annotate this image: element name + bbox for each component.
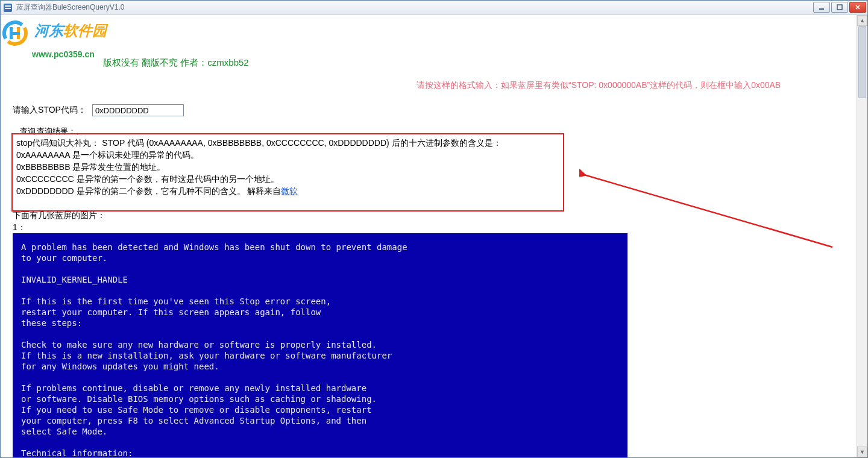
bsod-images-caption: 下面有几张蓝屏的图片： (13, 209, 105, 221)
copyright-text: 版权没有 翻版不究 作者：czmxbb52 (103, 57, 249, 69)
scroll-thumb[interactable] (858, 26, 866, 98)
vertical-scrollbar[interactable]: ▲ ▼ (857, 15, 867, 457)
below-caption: 下面有几张蓝屏的图片： 1： (13, 209, 105, 233)
svg-rect-1 (5, 5, 11, 7)
svg-rect-2 (5, 8, 11, 9)
result-line-5: 0xDDDDDDDD 是异常的第二个参数，它有几种不同的含义。 解释来自微软 (16, 185, 559, 197)
stop-code-input[interactable] (92, 104, 184, 116)
input-label: 请输入STOP代码： (13, 105, 86, 116)
bsod-screenshot: A problem has been detected and Windows … (13, 233, 627, 457)
input-row: 请输入STOP代码： (13, 104, 184, 116)
result-line-2: 0xAAAAAAAA 是一个标识未处理的异常的代码。 (16, 149, 559, 161)
watermark-brand-2: 软件园 (63, 22, 107, 39)
svg-rect-11 (10, 32, 20, 35)
content-area: 河东软件园 www.pc0359.cn 版权没有 翻版不究 作者：czmxbb5… (1, 15, 867, 457)
svg-point-8 (1, 19, 30, 46)
bsod-image-index: 1： (13, 221, 105, 233)
result-box: stop代码知识大补丸： STOP 代码 (0xAAAAAAAA, 0xBBBB… (11, 133, 564, 212)
app-icon (3, 3, 13, 13)
microsoft-link[interactable]: 微软 (281, 186, 298, 196)
maximize-button[interactable] (831, 2, 848, 13)
window-controls (813, 2, 866, 13)
svg-point-7 (1, 19, 30, 46)
svg-rect-3 (819, 8, 824, 10)
svg-rect-9 (10, 27, 13, 39)
watermark-brand-1: 河东 (34, 22, 63, 39)
titlebar: 蓝屏查询器BuleScreenQueryV1.0 (1, 1, 867, 15)
app-window: 蓝屏查询器BuleScreenQueryV1.0 (0, 0, 868, 458)
result-line-3: 0xBBBBBBBB 是异常发生位置的地址。 (16, 161, 559, 173)
result-line-5-text: 0xDDDDDDDD 是异常的第二个参数，它有几种不同的含义。 解释来自 (16, 186, 281, 196)
close-button[interactable] (849, 2, 866, 13)
scroll-down-arrow-icon[interactable]: ▼ (857, 447, 867, 457)
result-line-1: stop代码知识大补丸： STOP 代码 (0xAAAAAAAA, 0xBBBB… (16, 137, 559, 149)
watermark-logo: 河东软件园 www.pc0359.cn (1, 19, 127, 59)
scroll-track[interactable] (857, 26, 867, 447)
minimize-button[interactable] (813, 2, 830, 13)
result-line-4: 0xCCCCCCCC 是异常的第一个参数，有时这是代码中的另一个地址。 (16, 173, 559, 185)
svg-rect-4 (837, 5, 842, 10)
scroll-up-arrow-icon[interactable]: ▲ (857, 15, 867, 26)
input-hint: 请按这样的格式输入：如果蓝屏里有类似“STOP: 0x000000AB”这样的代… (417, 80, 781, 91)
window-title: 蓝屏查询器BuleScreenQueryV1.0 (16, 2, 124, 13)
svg-rect-10 (17, 27, 20, 39)
logo-icon (1, 19, 30, 48)
